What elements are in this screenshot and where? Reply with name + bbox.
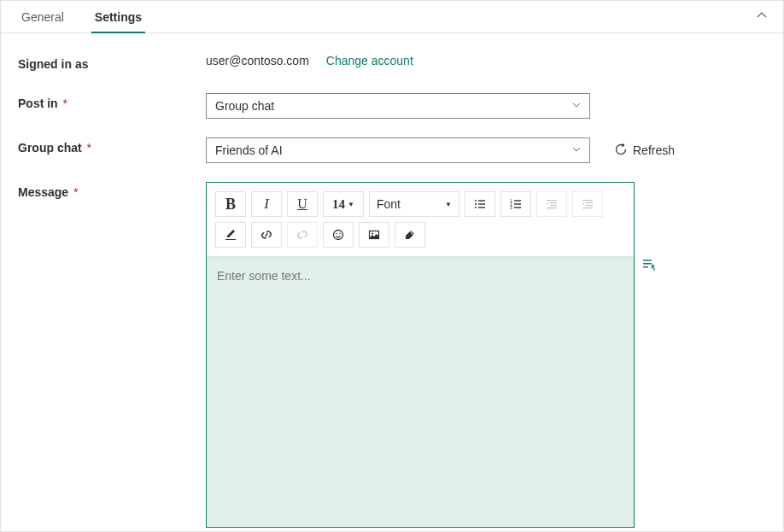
label-signed-in: Signed in as xyxy=(18,54,206,71)
svg-rect-13 xyxy=(550,202,557,203)
unlink-button[interactable] xyxy=(287,222,318,248)
label-post-in: Post in * xyxy=(18,93,206,110)
numbered-list-button[interactable]: 123 xyxy=(500,191,531,217)
form-body: Signed in as user@contoso.com Change acc… xyxy=(1,33,783,532)
svg-point-4 xyxy=(475,207,477,208)
dynamic-content-button[interactable] xyxy=(641,257,657,275)
group-chat-value: Friends of AI xyxy=(215,143,283,157)
chevron-down-icon xyxy=(572,101,581,111)
font-size-select[interactable]: 14▼ xyxy=(323,191,364,217)
font-family-select[interactable]: Font▼ xyxy=(369,191,459,217)
font-size-value: 14 xyxy=(332,197,345,212)
svg-rect-12 xyxy=(547,200,557,201)
svg-rect-17 xyxy=(586,202,593,203)
svg-rect-5 xyxy=(478,207,485,208)
color-picker-button[interactable] xyxy=(215,222,246,248)
label-group-chat: Group chat * xyxy=(18,137,206,155)
svg-rect-3 xyxy=(478,203,485,204)
svg-rect-15 xyxy=(547,208,557,208)
chevron-down-icon xyxy=(572,145,581,155)
svg-rect-28 xyxy=(643,266,648,268)
svg-rect-20 xyxy=(225,239,236,240)
svg-rect-27 xyxy=(643,263,652,265)
svg-rect-16 xyxy=(582,200,593,201)
refresh-label: Refresh xyxy=(633,143,675,157)
editor-toolbar: B I U 14▼ Font▼ 123 xyxy=(207,183,634,257)
row-signed-in: Signed in as user@contoso.com Change acc… xyxy=(18,54,766,71)
font-family-value: Font xyxy=(377,197,401,211)
row-message: Message * B I U 14▼ Font▼ xyxy=(18,182,766,532)
outdent-button[interactable] xyxy=(536,191,567,217)
svg-point-22 xyxy=(336,233,337,235)
indent-button[interactable] xyxy=(572,191,603,217)
svg-rect-9 xyxy=(514,203,521,204)
post-in-select[interactable]: Group chat xyxy=(206,93,590,119)
svg-point-25 xyxy=(372,233,373,235)
rich-text-editor: B I U 14▼ Font▼ 123 xyxy=(206,182,635,528)
svg-point-23 xyxy=(339,233,341,235)
bold-button[interactable]: B xyxy=(215,191,246,217)
underline-button[interactable]: U xyxy=(287,191,318,217)
label-message: Message * xyxy=(18,182,206,199)
post-in-value: Group chat xyxy=(215,99,274,113)
refresh-icon xyxy=(614,143,628,159)
signed-email: user@contoso.com xyxy=(206,54,309,67)
svg-rect-19 xyxy=(582,208,593,208)
change-account-link[interactable]: Change account xyxy=(326,54,413,67)
svg-rect-11 xyxy=(514,207,521,208)
group-chat-select[interactable]: Friends of AI xyxy=(206,137,590,163)
svg-point-2 xyxy=(475,203,477,205)
svg-rect-14 xyxy=(550,205,557,206)
refresh-button[interactable]: Refresh xyxy=(614,143,675,159)
eraser-button[interactable] xyxy=(395,222,425,248)
image-button[interactable] xyxy=(359,222,389,248)
svg-rect-18 xyxy=(586,205,593,206)
svg-rect-26 xyxy=(643,260,652,261)
svg-text:3: 3 xyxy=(510,205,512,210)
message-textarea[interactable]: Enter some text... xyxy=(207,257,634,527)
italic-button[interactable]: I xyxy=(251,191,282,217)
svg-point-0 xyxy=(475,200,477,202)
svg-rect-7 xyxy=(514,200,521,201)
link-button[interactable] xyxy=(251,222,282,248)
svg-rect-1 xyxy=(478,200,485,201)
svg-point-21 xyxy=(334,231,343,240)
tab-settings[interactable]: Settings xyxy=(91,1,145,33)
collapse-caret-icon[interactable] xyxy=(756,9,768,24)
tab-bar: General Settings xyxy=(1,1,783,33)
row-post-in: Post in * Group chat xyxy=(18,93,766,119)
bullet-list-button[interactable] xyxy=(465,191,495,217)
emoji-button[interactable] xyxy=(323,222,354,248)
signed-in-value: user@contoso.com Change account xyxy=(206,54,766,67)
tab-general[interactable]: General xyxy=(18,1,67,33)
row-group-chat: Group chat * Friends of AI Refresh xyxy=(18,137,766,163)
